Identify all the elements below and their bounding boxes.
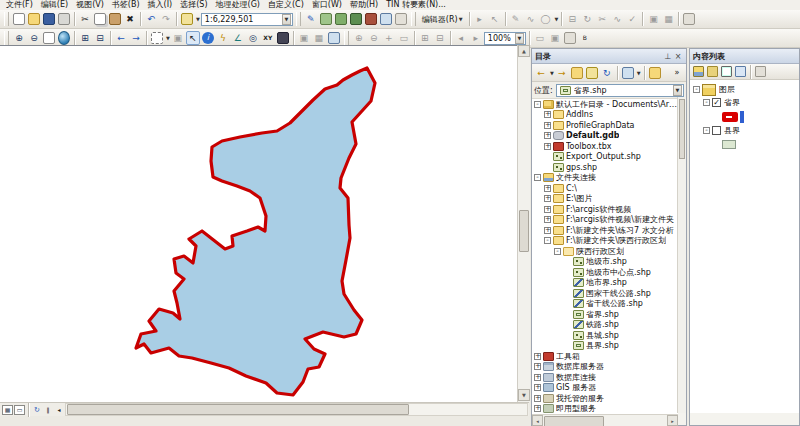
menu-item[interactable]: 文件(F) bbox=[2, 0, 37, 10]
endpoint-arc-icon[interactable]: ∿ bbox=[524, 12, 538, 26]
expand-box-icon[interactable]: - bbox=[703, 99, 710, 106]
straight-segment-icon[interactable]: ✎ bbox=[509, 12, 523, 26]
reshape-feature-icon[interactable]: ∿ bbox=[610, 12, 624, 26]
map-vscroll-thumb[interactable] bbox=[519, 210, 529, 252]
zoom-in-icon[interactable]: ⊕ bbox=[12, 31, 26, 45]
map-view[interactable] bbox=[0, 45, 517, 403]
catalog-vscroll-thumb[interactable] bbox=[679, 99, 685, 159]
location-combo[interactable]: 省界.shp ▼ bbox=[556, 84, 684, 97]
trace-icon[interactable]: ◯ bbox=[539, 12, 553, 26]
cut-polygons-icon[interactable]: ✂ bbox=[595, 12, 609, 26]
tree-item[interactable]: gps.shp bbox=[532, 162, 678, 173]
expand-box-icon[interactable]: + bbox=[544, 216, 551, 223]
pause-drawing-icon[interactable]: ‖ bbox=[43, 403, 53, 417]
pan-icon[interactable] bbox=[42, 31, 56, 45]
map-scale-combo[interactable]: 1:6,229,501 ▼ bbox=[201, 13, 293, 26]
layout-zoom-combo[interactable]: 100% ▼ bbox=[484, 32, 526, 45]
tree-item[interactable]: -默认工作目录 - Documents\ArcGIS bbox=[532, 99, 678, 110]
tree-item[interactable]: 省干线公路.shp bbox=[532, 299, 678, 310]
clear-selection-icon[interactable]: ▣ bbox=[171, 31, 185, 45]
tree-item[interactable]: -F:\新建文件夹\陕西行政区划 bbox=[532, 236, 678, 247]
toolbar-grip[interactable] bbox=[4, 12, 9, 26]
cut-icon[interactable]: ✂ bbox=[78, 12, 92, 26]
home-folder-icon[interactable] bbox=[585, 66, 599, 80]
tree-item[interactable]: +E:\图片 bbox=[532, 194, 678, 205]
layer-checkbox[interactable]: ✓ bbox=[712, 98, 721, 107]
menu-item[interactable]: 插入(I) bbox=[144, 0, 177, 10]
fixed-zoom-out-icon[interactable]: ⊟ bbox=[93, 31, 107, 45]
copy-icon[interactable] bbox=[93, 12, 107, 26]
close-icon[interactable]: × bbox=[673, 52, 683, 61]
catalog-window-icon[interactable] bbox=[334, 12, 348, 26]
province-polygon[interactable] bbox=[136, 68, 375, 395]
menu-item[interactable]: 书签(B) bbox=[108, 0, 144, 10]
toolbar-grip[interactable] bbox=[4, 31, 9, 45]
map-vertical-scrollbar[interactable]: ▲ ▼ bbox=[517, 45, 530, 402]
dynamic-text-icon[interactable]: B bbox=[578, 31, 592, 45]
create-viewer-icon[interactable] bbox=[327, 31, 341, 45]
tree-item[interactable]: +即用型服务 bbox=[532, 404, 678, 415]
tree-item[interactable]: 铁路.shp bbox=[532, 320, 678, 331]
symbol-swatch[interactable] bbox=[722, 112, 738, 122]
select-features-dropdown-icon[interactable]: ▼ bbox=[166, 35, 170, 41]
select-elements-icon[interactable]: ↖ bbox=[186, 31, 200, 45]
tree-item[interactable]: +Default.gdb bbox=[532, 131, 678, 142]
python-window-icon[interactable] bbox=[379, 12, 393, 26]
tree-item[interactable]: +AddIns bbox=[532, 110, 678, 121]
expand-box-icon[interactable]: + bbox=[534, 405, 541, 412]
magnifier-window-icon[interactable]: ▦ bbox=[312, 31, 326, 45]
tree-item[interactable]: +数据库连接 bbox=[532, 372, 678, 383]
tree-item[interactable]: Export_Output.shp bbox=[532, 152, 678, 163]
print-icon[interactable] bbox=[57, 12, 71, 26]
layout-zoom-in-icon[interactable]: ⊕ bbox=[352, 31, 366, 45]
scroll-down-icon[interactable]: ▼ bbox=[518, 389, 530, 401]
expand-box-icon[interactable]: + bbox=[544, 185, 551, 192]
toolbar-overflow-icon[interactable]: » bbox=[670, 66, 684, 80]
expand-box-icon[interactable]: + bbox=[544, 143, 551, 150]
attributes-icon[interactable]: ▣ bbox=[646, 12, 660, 26]
menu-item[interactable]: 帮助(H) bbox=[346, 0, 382, 10]
catalog-hscroll-thumb[interactable] bbox=[544, 416, 604, 426]
toolbar-grip[interactable] bbox=[411, 12, 416, 26]
hyperlink-icon[interactable]: ϟ bbox=[216, 31, 230, 45]
expand-box-icon[interactable]: - bbox=[544, 237, 551, 244]
split-tool-icon[interactable]: ⊟ bbox=[565, 12, 579, 26]
redo-icon[interactable]: ↷ bbox=[159, 12, 173, 26]
tree-item[interactable]: 地级市中心点.shp bbox=[532, 267, 678, 278]
expand-box-icon[interactable]: - bbox=[693, 86, 700, 93]
menu-item[interactable]: TIN 转要素(N)... bbox=[382, 0, 450, 10]
go-to-xy-icon[interactable]: XY bbox=[261, 31, 275, 45]
arctoolbox-icon[interactable] bbox=[364, 12, 378, 26]
sketch-properties-icon[interactable]: ▦ bbox=[661, 12, 675, 26]
list-by-drawing-order-icon[interactable] bbox=[692, 65, 705, 78]
layer-symbol-row[interactable] bbox=[690, 109, 799, 124]
layout-back-icon[interactable]: ◂ bbox=[454, 31, 468, 45]
time-slider-icon[interactable] bbox=[276, 31, 290, 45]
add-data-dropdown-icon[interactable]: ▼ bbox=[196, 16, 200, 22]
catalog-forward-icon[interactable]: → bbox=[555, 66, 569, 80]
toggle-draft-mode-icon[interactable]: ▭ bbox=[533, 31, 547, 45]
data-driven-pages-icon[interactable] bbox=[563, 31, 577, 45]
data-view-button[interactable]: ▦ bbox=[2, 405, 13, 415]
toc-layers-row[interactable]: -图层 bbox=[690, 83, 799, 96]
tree-item[interactable]: 省界.shp bbox=[532, 309, 678, 320]
save-icon[interactable] bbox=[42, 12, 56, 26]
list-by-visibility-icon[interactable] bbox=[720, 65, 733, 78]
expand-box-icon[interactable]: + bbox=[544, 206, 551, 213]
edit-annotation-tool-icon[interactable]: ↖ bbox=[488, 12, 502, 26]
layout-fixed-in-icon[interactable]: ⊞ bbox=[418, 31, 432, 45]
scroll-left-icon[interactable]: ◂ bbox=[54, 403, 64, 417]
html-popup-icon[interactable]: ∠ bbox=[231, 31, 245, 45]
merge-icon[interactable]: ✓ bbox=[625, 12, 639, 26]
tree-item[interactable]: +F:\arcgis软件视频\新建文件夹 bbox=[532, 215, 678, 226]
edit-tool-icon[interactable]: ▸ bbox=[473, 12, 487, 26]
rotate-tool-icon[interactable]: ↻ bbox=[580, 12, 594, 26]
tree-item[interactable]: 县城.shp bbox=[532, 330, 678, 341]
map-hscroll-thumb[interactable] bbox=[67, 404, 409, 415]
list-by-selection-icon[interactable] bbox=[734, 65, 747, 78]
forward-extent-icon[interactable]: → bbox=[129, 31, 143, 45]
tree-view-dropdown-icon[interactable]: ▼ bbox=[637, 70, 641, 76]
expand-box-icon[interactable]: + bbox=[534, 363, 541, 370]
expand-box-icon[interactable]: - bbox=[534, 174, 541, 181]
add-data-icon[interactable] bbox=[180, 12, 194, 26]
